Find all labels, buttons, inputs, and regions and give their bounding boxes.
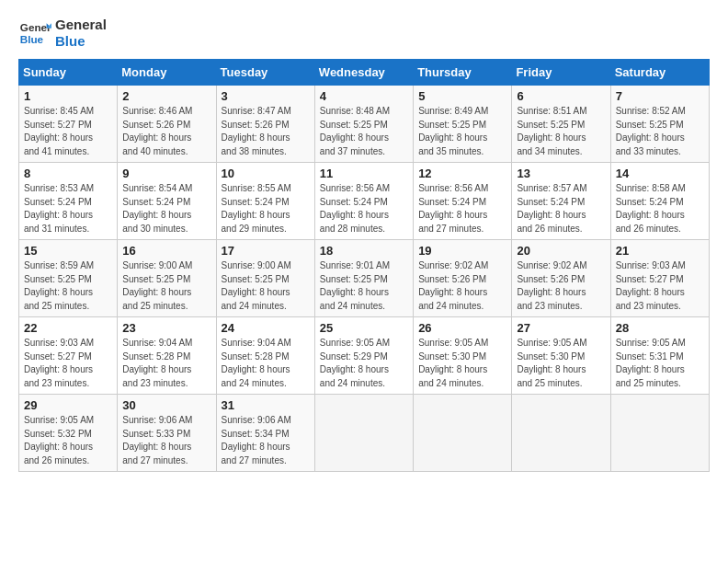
- logo-icon: General Blue: [18, 17, 51, 50]
- day-cell: 5Sunrise: 8:49 AMSunset: 5:25 PMDaylight…: [414, 86, 512, 163]
- day-number: 1: [24, 89, 112, 103]
- day-number: 17: [222, 244, 310, 258]
- day-cell: [314, 395, 413, 472]
- day-detail: Sunrise: 8:56 AMSunset: 5:24 PMDaylight:…: [418, 182, 506, 236]
- day-number: 28: [616, 321, 704, 335]
- day-cell: 3Sunrise: 8:47 AMSunset: 5:26 PMDaylight…: [216, 86, 314, 163]
- day-detail: Sunrise: 9:05 AMSunset: 5:29 PMDaylight:…: [320, 337, 408, 390]
- day-cell: 8Sunrise: 8:53 AMSunset: 5:24 PMDaylight…: [19, 163, 118, 240]
- day-cell: 18Sunrise: 9:01 AMSunset: 5:25 PMDayligh…: [314, 240, 413, 317]
- day-number: 16: [122, 244, 210, 258]
- day-detail: Sunrise: 8:48 AMSunset: 5:25 PMDaylight:…: [320, 105, 408, 158]
- day-number: 7: [616, 89, 704, 103]
- week-row-3: 15Sunrise: 8:59 AMSunset: 5:25 PMDayligh…: [19, 240, 710, 317]
- calendar-body: 1Sunrise: 8:45 AMSunset: 5:27 PMDaylight…: [19, 86, 710, 472]
- day-number: 18: [320, 244, 408, 258]
- day-detail: Sunrise: 9:05 AMSunset: 5:30 PMDaylight:…: [418, 337, 506, 390]
- day-cell: 12Sunrise: 8:56 AMSunset: 5:24 PMDayligh…: [414, 163, 512, 240]
- day-detail: Sunrise: 9:03 AMSunset: 5:27 PMDaylight:…: [616, 259, 704, 313]
- week-row-4: 22Sunrise: 9:03 AMSunset: 5:27 PMDayligh…: [19, 317, 710, 395]
- day-number: 24: [222, 321, 310, 335]
- day-detail: Sunrise: 8:52 AMSunset: 5:25 PMDaylight:…: [616, 105, 704, 158]
- day-detail: Sunrise: 8:58 AMSunset: 5:24 PMDaylight:…: [616, 182, 704, 236]
- day-cell: 1Sunrise: 8:45 AMSunset: 5:27 PMDaylight…: [19, 86, 118, 163]
- day-detail: Sunrise: 8:45 AMSunset: 5:27 PMDaylight:…: [24, 105, 112, 158]
- header-row: Sunday Monday Tuesday Wednesday Thursday…: [19, 60, 710, 86]
- day-number: 20: [517, 244, 605, 258]
- day-detail: Sunrise: 9:00 AMSunset: 5:25 PMDaylight:…: [122, 259, 210, 313]
- day-number: 12: [418, 167, 506, 180]
- day-cell: 15Sunrise: 8:59 AMSunset: 5:25 PMDayligh…: [19, 240, 118, 317]
- col-friday: Friday: [512, 60, 610, 86]
- day-cell: 2Sunrise: 8:46 AMSunset: 5:26 PMDaylight…: [118, 86, 216, 163]
- day-detail: Sunrise: 8:53 AMSunset: 5:24 PMDaylight:…: [24, 182, 112, 236]
- day-cell: 10Sunrise: 8:55 AMSunset: 5:24 PMDayligh…: [216, 163, 314, 240]
- day-cell: 11Sunrise: 8:56 AMSunset: 5:24 PMDayligh…: [314, 163, 413, 240]
- day-cell: 31Sunrise: 9:06 AMSunset: 5:34 PMDayligh…: [216, 395, 314, 472]
- day-number: 25: [320, 321, 408, 335]
- day-detail: Sunrise: 8:46 AMSunset: 5:26 PMDaylight:…: [122, 105, 210, 158]
- logo-text-blue: Blue: [55, 33, 107, 50]
- day-detail: Sunrise: 8:57 AMSunset: 5:24 PMDaylight:…: [517, 182, 605, 236]
- logo-text-general: General: [55, 17, 107, 33]
- day-cell: 13Sunrise: 8:57 AMSunset: 5:24 PMDayligh…: [512, 163, 610, 240]
- day-cell: 6Sunrise: 8:51 AMSunset: 5:25 PMDaylight…: [512, 86, 610, 163]
- day-detail: Sunrise: 8:51 AMSunset: 5:25 PMDaylight:…: [517, 105, 605, 158]
- day-detail: Sunrise: 8:49 AMSunset: 5:25 PMDaylight:…: [418, 105, 506, 158]
- day-cell: 26Sunrise: 9:05 AMSunset: 5:30 PMDayligh…: [414, 317, 512, 395]
- day-cell: 28Sunrise: 9:05 AMSunset: 5:31 PMDayligh…: [610, 317, 709, 395]
- week-row-1: 1Sunrise: 8:45 AMSunset: 5:27 PMDaylight…: [19, 86, 710, 163]
- day-cell: 29Sunrise: 9:05 AMSunset: 5:32 PMDayligh…: [19, 395, 118, 472]
- day-number: 3: [222, 89, 310, 103]
- day-cell: 25Sunrise: 9:05 AMSunset: 5:29 PMDayligh…: [314, 317, 413, 395]
- day-number: 11: [320, 167, 408, 180]
- day-detail: Sunrise: 9:05 AMSunset: 5:31 PMDaylight:…: [616, 337, 704, 390]
- day-cell: 7Sunrise: 8:52 AMSunset: 5:25 PMDaylight…: [610, 86, 709, 163]
- day-detail: Sunrise: 8:59 AMSunset: 5:25 PMDaylight:…: [24, 259, 112, 313]
- day-number: 10: [222, 167, 310, 180]
- day-detail: Sunrise: 8:56 AMSunset: 5:24 PMDaylight:…: [320, 182, 408, 236]
- day-cell: 27Sunrise: 9:05 AMSunset: 5:30 PMDayligh…: [512, 317, 610, 395]
- calendar-page: General Blue General Blue Sunday Monday …: [0, 0, 728, 563]
- day-cell: 20Sunrise: 9:02 AMSunset: 5:26 PMDayligh…: [512, 240, 610, 317]
- day-detail: Sunrise: 9:02 AMSunset: 5:26 PMDaylight:…: [517, 259, 605, 313]
- day-number: 19: [418, 244, 506, 258]
- day-detail: Sunrise: 9:05 AMSunset: 5:32 PMDaylight:…: [24, 414, 112, 467]
- day-number: 22: [24, 321, 112, 335]
- day-cell: 19Sunrise: 9:02 AMSunset: 5:26 PMDayligh…: [414, 240, 512, 317]
- col-saturday: Saturday: [610, 60, 709, 86]
- day-detail: Sunrise: 8:55 AMSunset: 5:24 PMDaylight:…: [222, 182, 310, 236]
- day-cell: 21Sunrise: 9:03 AMSunset: 5:27 PMDayligh…: [610, 240, 709, 317]
- day-number: 30: [122, 398, 210, 412]
- day-detail: Sunrise: 9:01 AMSunset: 5:25 PMDaylight:…: [320, 259, 408, 313]
- col-wednesday: Wednesday: [314, 60, 413, 86]
- day-detail: Sunrise: 9:04 AMSunset: 5:28 PMDaylight:…: [222, 337, 310, 390]
- day-cell: 24Sunrise: 9:04 AMSunset: 5:28 PMDayligh…: [216, 317, 314, 395]
- day-cell: 30Sunrise: 9:06 AMSunset: 5:33 PMDayligh…: [118, 395, 216, 472]
- calendar-table: Sunday Monday Tuesday Wednesday Thursday…: [18, 59, 710, 472]
- day-number: 6: [517, 89, 605, 103]
- day-cell: 17Sunrise: 9:00 AMSunset: 5:25 PMDayligh…: [216, 240, 314, 317]
- day-number: 27: [517, 321, 605, 335]
- header: General Blue General Blue: [18, 17, 710, 50]
- day-number: 4: [320, 89, 408, 103]
- day-detail: Sunrise: 9:06 AMSunset: 5:33 PMDaylight:…: [122, 414, 210, 467]
- svg-text:Blue: Blue: [20, 33, 44, 45]
- week-row-5: 29Sunrise: 9:05 AMSunset: 5:32 PMDayligh…: [19, 395, 710, 472]
- day-cell: 23Sunrise: 9:04 AMSunset: 5:28 PMDayligh…: [118, 317, 216, 395]
- col-monday: Monday: [118, 60, 216, 86]
- day-number: 26: [418, 321, 506, 335]
- day-detail: Sunrise: 9:06 AMSunset: 5:34 PMDaylight:…: [222, 414, 310, 467]
- day-cell: 14Sunrise: 8:58 AMSunset: 5:24 PMDayligh…: [610, 163, 709, 240]
- day-detail: Sunrise: 9:05 AMSunset: 5:30 PMDaylight:…: [517, 337, 605, 390]
- col-thursday: Thursday: [414, 60, 512, 86]
- day-number: 9: [122, 167, 210, 180]
- day-number: 14: [616, 167, 704, 180]
- day-detail: Sunrise: 9:02 AMSunset: 5:26 PMDaylight:…: [418, 259, 506, 313]
- day-cell: [610, 395, 709, 472]
- day-number: 13: [517, 167, 605, 180]
- day-cell: [414, 395, 512, 472]
- week-row-2: 8Sunrise: 8:53 AMSunset: 5:24 PMDaylight…: [19, 163, 710, 240]
- day-cell: 16Sunrise: 9:00 AMSunset: 5:25 PMDayligh…: [118, 240, 216, 317]
- day-number: 8: [24, 167, 112, 180]
